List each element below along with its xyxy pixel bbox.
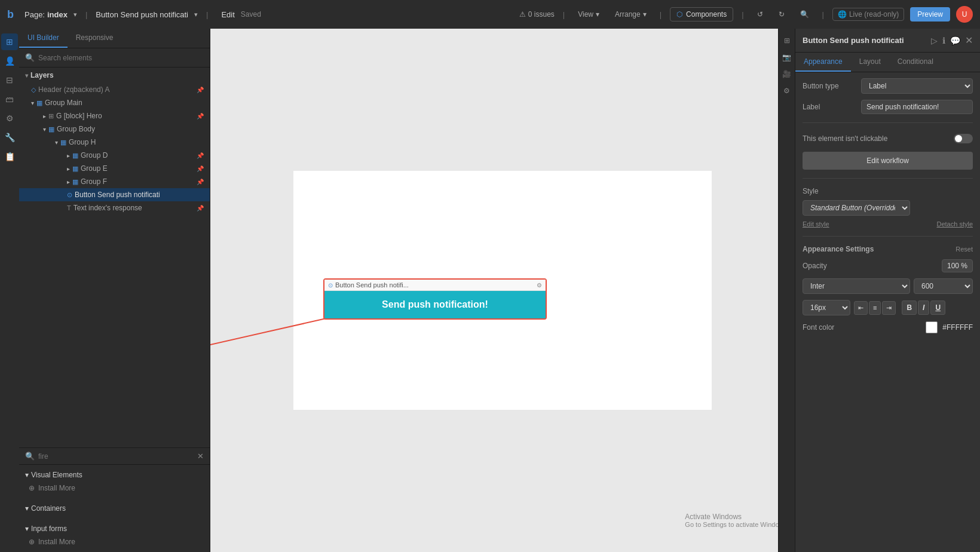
edge-icon-1[interactable]: ⊞ (780, 33, 794, 48)
expand-arrow: ▾ (31, 100, 34, 106)
layer-group-d[interactable]: ▸ ▦ Group D 📌 (19, 149, 210, 162)
bold-button[interactable]: B (902, 300, 917, 315)
preview-button[interactable]: Preview (910, 7, 950, 22)
style-links-row: Edit style Detach style (803, 220, 973, 228)
style-dropdown-row: Standard Button (Overridden) (803, 200, 973, 216)
toggle-knob (955, 135, 962, 142)
close-icon[interactable]: ✕ (965, 35, 973, 46)
inputforms-install-more[interactable]: ⊕ Install More (19, 535, 210, 548)
group-icon: ▦ (36, 99, 42, 107)
info-icon[interactable]: ℹ (942, 36, 945, 45)
canvas[interactable]: ⊙ Button Send push notifi... ⚙ Send push… (210, 29, 795, 552)
database-icon[interactable]: 🗃 (1, 91, 18, 108)
font-color-swatch[interactable] (926, 321, 938, 333)
font-color-label: Font color (803, 323, 921, 332)
user-avatar[interactable]: U (956, 6, 973, 23)
align-center-button[interactable]: ≡ (869, 301, 881, 315)
pin-icon: 📌 (197, 87, 204, 93)
clear-search-button[interactable]: ✕ (197, 452, 204, 461)
settings-icon[interactable]: ⚙ (1, 110, 18, 127)
underline-button[interactable]: U (930, 300, 945, 315)
expand-arrow: ▸ (67, 152, 70, 159)
tab-responsive[interactable]: Responsive (68, 29, 122, 48)
users-icon[interactable]: 👤 (1, 53, 18, 69)
play-icon[interactable]: ▷ (931, 36, 938, 45)
text-icon: T (67, 204, 71, 211)
page-label: Page: index (24, 10, 68, 19)
align-right-button[interactable]: ⇥ (882, 301, 896, 315)
layer-group-body[interactable]: ▾ ▦ Group Body (19, 122, 210, 136)
edge-icon-video[interactable]: 🎥 (780, 67, 794, 81)
plus-icon: ⊕ (29, 538, 35, 546)
divider-3 (803, 236, 973, 237)
visual-elements-section: ▾ Visual Elements ⊕ Install More (19, 465, 210, 498)
layer-group-main[interactable]: ▾ ▦ Group Main (19, 96, 210, 109)
layers-header[interactable]: ▾ Layers (19, 68, 210, 83)
reset-button[interactable]: Reset (956, 246, 973, 253)
layer-group-h[interactable]: ▾ ▦ Group H (19, 136, 210, 149)
search-elements-input[interactable] (38, 54, 204, 62)
containers-section: ▾ Containers (19, 498, 210, 519)
font-weight-select[interactable]: 600 (914, 278, 973, 294)
detach-style-link[interactable]: Detach style (936, 220, 973, 228)
font-family-select[interactable]: Inter (803, 278, 910, 294)
redo-button[interactable]: ↻ (774, 8, 789, 21)
tab-layout[interactable]: Layout (851, 53, 889, 72)
input-forms-section: ▾ Input forms ⊕ Install More (19, 519, 210, 552)
right-panel-title: Button Send push notificati (803, 36, 926, 45)
arrange-button[interactable]: Arrange ▾ (610, 8, 651, 21)
visual-install-more[interactable]: ⊕ Install More (19, 482, 210, 495)
opacity-value: 100 % (942, 259, 973, 272)
edit-workflow-button[interactable]: Edit workflow (803, 152, 973, 170)
layer-group-f[interactable]: ▸ ▦ Group F 📌 (19, 175, 210, 188)
label-input[interactable] (861, 100, 973, 114)
undo-button[interactable]: ↺ (752, 8, 768, 21)
search-button[interactable]: 🔍 (795, 8, 814, 21)
edge-icon-settings[interactable]: ⚙ (780, 84, 794, 98)
layer-text-response[interactable]: T Text index's response 📌 (19, 201, 210, 214)
element-selector[interactable]: Button Send push notificati (96, 10, 188, 19)
search-icon-small: 🔍 (25, 452, 35, 461)
style-select[interactable]: Standard Button (Overridden) (803, 200, 910, 216)
edge-icon-camera[interactable]: 📷 (780, 50, 794, 65)
font-size-select[interactable]: 16px (803, 300, 850, 315)
input-forms-header[interactable]: ▾ Input forms (19, 522, 210, 535)
edit-style-link[interactable]: Edit style (803, 220, 829, 228)
view-dropdown-icon: ▾ (596, 10, 599, 19)
group-icon: ▦ (60, 139, 66, 146)
not-clickable-toggle[interactable] (954, 134, 973, 143)
divider-2 (803, 178, 973, 179)
data-icon[interactable]: ⊟ (1, 72, 18, 88)
group-icon: ▦ (72, 152, 78, 160)
element-dropdown[interactable]: ▾ (194, 11, 198, 19)
layer-group-e[interactable]: ▸ ▦ Group E 📌 (19, 162, 210, 175)
button-type-select[interactable]: Label (861, 78, 973, 94)
align-left-button[interactable]: ⇤ (854, 301, 868, 315)
tab-conditional[interactable]: Conditional (889, 53, 942, 72)
italic-button[interactable]: I (918, 300, 929, 315)
ui-builder-icon[interactable]: ⊞ (1, 33, 18, 50)
style-section-label: Style (803, 187, 973, 195)
font-color-row: Font color #FFFFFF (803, 321, 973, 333)
search-fire-input[interactable] (38, 452, 194, 461)
search-section: 🔍 ✕ ▾ Visual Elements ⊕ Install More ▾ C… (19, 447, 210, 552)
layer-block-hero[interactable]: ▸ ⊞ G [block] Hero 📌 (19, 109, 210, 122)
chat-icon[interactable]: 💬 (950, 36, 960, 45)
expand-arrow: ▾ (55, 139, 58, 146)
plugins-icon[interactable]: 🔧 (1, 129, 18, 146)
search-fire-row: 🔍 ✕ (19, 448, 210, 465)
tab-ui-builder[interactable]: UI Builder (19, 29, 68, 48)
components-button[interactable]: ⬡ Components (670, 7, 733, 22)
logs-icon[interactable]: 📋 (1, 148, 18, 165)
tab-appearance[interactable]: Appearance (795, 53, 851, 72)
page-dropdown[interactable]: ▾ (74, 11, 77, 19)
view-button[interactable]: View ▾ (573, 8, 604, 21)
expand-arrow: ▸ (67, 179, 70, 185)
visual-elements-header[interactable]: ▾ Visual Elements (19, 468, 210, 482)
send-notification-button[interactable]: Send push notification! (324, 291, 546, 318)
containers-header[interactable]: ▾ Containers (19, 502, 210, 515)
right-panel-icons: ▷ ℹ 💬 ✕ (931, 35, 973, 46)
group-icon: ▦ (48, 125, 54, 133)
layer-header-item[interactable]: ◇ Header (zqbackend) A 📌 (19, 83, 210, 96)
layer-button-selected[interactable]: ⊙ Button Send push notificati (19, 188, 210, 201)
